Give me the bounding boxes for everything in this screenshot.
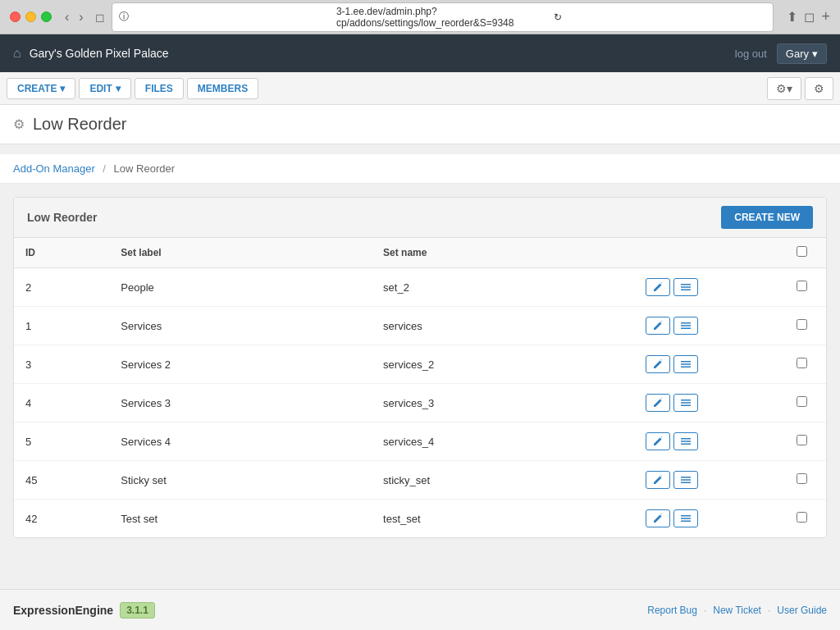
list-icon — [681, 398, 691, 408]
create-new-button[interactable]: CREATE NEW — [721, 206, 813, 229]
new-tab-button[interactable]: ◻ — [804, 8, 815, 25]
app-header: ⌂ Gary's Golden Pixel Palace log out Gar… — [0, 34, 840, 72]
row-checkbox[interactable] — [797, 319, 807, 330]
list-row-button[interactable] — [673, 394, 698, 412]
window-button[interactable]: ◻ — [95, 11, 105, 24]
cell-label: Services 2 — [109, 345, 372, 384]
row-checkbox[interactable] — [797, 473, 807, 484]
list-row-button[interactable] — [673, 355, 698, 373]
report-bug-link[interactable]: Report Bug — [647, 605, 697, 616]
cell-id: 1 — [14, 307, 109, 345]
edit-row-button[interactable] — [646, 278, 670, 296]
cell-id: 5 — [14, 422, 109, 461]
page-title-bar: ⚙ Low Reorder — [0, 105, 840, 144]
edit-row-button[interactable] — [646, 355, 670, 373]
new-ticket-link[interactable]: New Ticket — [713, 605, 761, 616]
header-left: ⌂ Gary's Golden Pixel Palace — [13, 46, 169, 61]
svg-rect-15 — [681, 477, 691, 478]
edit-row-button[interactable] — [646, 471, 670, 489]
logout-link[interactable]: log out — [735, 48, 767, 60]
home-icon[interactable]: ⌂ — [13, 46, 21, 61]
edit-row-button[interactable] — [646, 317, 670, 335]
forward-button[interactable]: › — [75, 10, 86, 25]
user-guide-link[interactable]: User Guide — [777, 605, 827, 616]
list-row-button[interactable] — [673, 509, 698, 527]
files-button[interactable]: FILES — [135, 78, 184, 99]
back-button[interactable]: ‹ — [62, 10, 72, 25]
share-button[interactable]: ⬆ — [787, 8, 797, 25]
members-button[interactable]: MEMBERS — [187, 78, 258, 99]
close-button[interactable] — [10, 11, 21, 22]
cell-checkbox — [777, 384, 826, 422]
svg-rect-8 — [681, 367, 691, 368]
svg-rect-17 — [681, 482, 691, 484]
breadcrumb-current: Low Reorder — [114, 162, 175, 175]
row-checkbox[interactable] — [797, 358, 807, 368]
cell-id: 4 — [14, 384, 109, 422]
svg-rect-19 — [681, 518, 691, 519]
tools-menu-button[interactable]: ⚙ ▾ — [767, 77, 801, 100]
main-panel: Low Reorder CREATE NEW ID Set label Set … — [13, 197, 827, 538]
reorder-table: ID Set label Set name 2 People set_2 — [14, 238, 826, 537]
traffic-lights — [10, 11, 52, 22]
edit-row-button[interactable] — [646, 394, 670, 412]
minimize-button[interactable] — [25, 11, 36, 22]
create-menu-button[interactable]: CREATE ▾ — [7, 78, 75, 99]
list-row-button[interactable] — [673, 278, 698, 296]
list-icon — [681, 514, 691, 523]
edit-row-button[interactable] — [646, 509, 670, 527]
table-row: 1 Services services — [14, 307, 826, 345]
cell-actions — [634, 422, 777, 461]
nav-arrows: ‹ › — [62, 10, 87, 25]
cell-name: services_2 — [372, 345, 634, 384]
settings-button[interactable]: ⚙ — [805, 77, 833, 100]
svg-rect-6 — [681, 361, 691, 363]
site-name: Gary's Golden Pixel Palace — [30, 47, 169, 60]
cell-label: Services 3 — [109, 384, 372, 422]
svg-rect-10 — [681, 402, 691, 404]
browser-chrome: ‹ › ◻ ⓘ 3-1.ee.dev/admin.php?cp/addons/s… — [0, 0, 840, 34]
wrench-icon: ⚙ — [776, 82, 787, 95]
lock-icon: ⓘ — [119, 10, 331, 24]
brand-name: ExpressionEngine — [13, 604, 113, 617]
page-title: Low Reorder — [33, 115, 127, 134]
list-row-button[interactable] — [673, 317, 698, 335]
breadcrumb: Add-On Manager / Low Reorder — [13, 162, 175, 175]
panel-title: Low Reorder — [27, 211, 98, 224]
cell-actions — [634, 345, 777, 384]
select-all-checkbox[interactable] — [797, 246, 807, 257]
table-row: 42 Test set test_set — [14, 500, 826, 538]
edit-label: EDIT — [89, 83, 112, 94]
address-bar[interactable]: ⓘ 3-1.ee.dev/admin.php?cp/addons/setting… — [112, 2, 774, 32]
col-header-checkbox — [777, 238, 826, 268]
list-row-button[interactable] — [673, 471, 698, 489]
table-header-row: ID Set label Set name — [14, 238, 826, 268]
maximize-button[interactable] — [41, 11, 52, 22]
row-checkbox[interactable] — [797, 396, 807, 407]
breadcrumb-parent-link[interactable]: Add-On Manager — [13, 162, 95, 175]
col-header-label: Set label — [109, 238, 372, 268]
edit-menu-button[interactable]: EDIT ▾ — [79, 78, 130, 99]
cell-id: 3 — [14, 345, 109, 384]
list-icon — [681, 359, 691, 369]
nav-left: CREATE ▾ EDIT ▾ FILES MEMBERS — [7, 78, 258, 99]
cell-actions — [634, 500, 777, 538]
cell-actions — [634, 461, 777, 500]
footer-brand: ExpressionEngine 3.1.1 — [13, 602, 155, 619]
breadcrumb-bar: Add-On Manager / Low Reorder — [0, 154, 840, 184]
list-icon — [681, 282, 691, 292]
table-row: 4 Services 3 services_3 — [14, 384, 826, 422]
add-tab-button[interactable]: + — [821, 8, 830, 25]
row-checkbox[interactable] — [797, 435, 807, 445]
svg-rect-14 — [681, 444, 691, 445]
user-menu-button[interactable]: Gary ▾ — [777, 43, 827, 64]
row-checkbox[interactable] — [797, 281, 807, 291]
cell-name: services_4 — [372, 422, 634, 461]
cell-actions — [634, 384, 777, 422]
svg-rect-20 — [681, 521, 691, 523]
row-checkbox[interactable] — [797, 512, 807, 523]
edit-row-button[interactable] — [646, 432, 670, 450]
list-row-button[interactable] — [673, 432, 698, 450]
footer-links: Report Bug · New Ticket · User Guide — [647, 605, 827, 616]
svg-rect-18 — [681, 515, 691, 517]
